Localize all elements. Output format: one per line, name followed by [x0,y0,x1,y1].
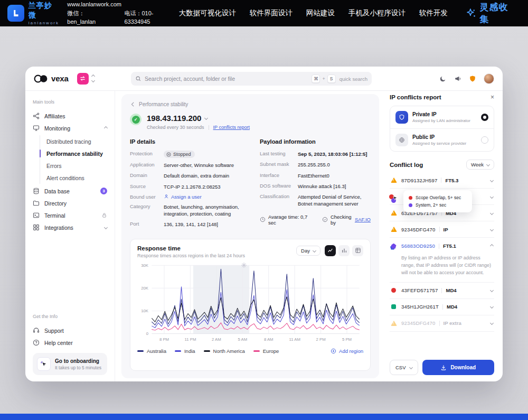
sidebar-item-integrations[interactable]: Integrations [33,221,107,234]
onboarding-subtitle: It takes up to 5 minutes [55,365,101,370]
download-button[interactable]: Download [422,360,494,375]
security-status-button[interactable] [469,75,476,82]
average-time: Avarage time: 0,7 sec [260,214,310,226]
log-period-select[interactable]: Week [466,160,494,170]
database-count-badge: 3 [100,188,107,194]
chevron-down-icon [490,194,494,198]
log-row-disabled[interactable]: 92345DFG470 IP extra [390,315,494,332]
panel-title: IP conflicts report [390,94,441,100]
sidebar-label: Integrations [44,225,73,231]
help-icon [33,339,40,346]
user-avatar[interactable] [484,73,494,84]
sidebar-item-affiliates[interactable]: Affiliates [33,110,107,122]
dark-mode-button[interactable] [439,75,447,82]
onboarding-title: Go to onboarding [55,358,101,364]
sidebar-item-database[interactable]: Data base 3 [33,185,107,197]
ip-details-section: IP details Protection Stopped Applicatio… [130,138,250,232]
terminal-icon [33,212,40,219]
bar-chart-view-button[interactable] [338,245,350,256]
database-icon [33,188,40,194]
teal-square-icon [391,304,396,309]
phone: 电话：010-63334945 [125,9,179,26]
chevron-up-icon [105,127,107,129]
nav-mobile[interactable]: 手机及小程序设计 [348,8,406,18]
wechat: 微信：ben_lanlan [67,9,112,26]
sidebar-item-monitoring[interactable]: Monitoring [33,122,107,134]
quick-search-hint: quick search [340,76,367,82]
checked-interval-text: Checked every 30 seconds [147,125,204,130]
export-format-select[interactable]: CSV [390,360,418,375]
chevron-down-icon [490,211,494,214]
breadcrumb[interactable]: Performance stability [130,101,371,107]
period-select[interactable]: Day [296,246,320,256]
sidebar-item-directory[interactable]: Directory [33,197,107,209]
saf-io-link[interactable]: SAF.IO [355,217,371,222]
checking-by: Checking by SAF.IO [322,214,371,226]
legend-europe[interactable]: Europe [253,348,279,354]
chevron-down-icon [490,288,494,292]
legend-north-america[interactable]: North America [204,348,245,354]
chart-subtitle: Response times across regions in the las… [137,253,245,258]
nav-software-ui[interactable]: 软件界面设计 [250,8,293,18]
radio-private-ip[interactable] [481,114,488,121]
sidebar-item-terminal[interactable]: Terminal [33,209,107,221]
nav-bigdata[interactable]: 大数据可视化设计 [179,8,236,18]
chart-canvas: 010K20K30K8 PM11 PM2 AM5 AM8 AM11 AM2 PM… [137,262,363,346]
assign-user-link[interactable]: Assign a user [164,194,202,200]
sidebar-item-help-center[interactable]: Help center [33,337,107,349]
workspace-select-chevrons[interactable] [92,75,95,82]
inspiration-collect-link[interactable]: 灵感收集 [466,1,517,25]
option-private-ip[interactable]: Private IP Assigned by LAN administrator [390,106,494,128]
topnav: 大数据可视化设计 软件界面设计 网站建设 手机及小程序设计 软件开发 [179,8,448,18]
nav-dev[interactable]: 软件开发 [419,8,448,18]
chevron-down-icon [313,249,316,253]
legend-australia[interactable]: Australia [137,348,166,354]
close-icon[interactable]: × [491,94,494,100]
status-ok-icon: ✓ [130,114,142,125]
sidebar-label: Support [44,328,64,334]
log-row[interactable]: 345H1JGH261T MD4 [390,299,494,315]
sidebar-label: Help center [44,340,73,346]
sidebar: Main tools Affiliates Monitoring Distrib… [25,91,115,381]
purple-pentagon-icon [391,244,397,249]
option-public-ip[interactable]: Public IP Assigned by service provider [390,128,494,151]
nav-website[interactable]: 网站建设 [306,8,335,18]
folder-icon [33,200,40,207]
add-region-link[interactable]: Add region [331,348,363,354]
workspace-switch-button[interactable] [77,73,89,85]
warning-icon [391,321,397,326]
cursor-icon [392,195,398,201]
brand[interactable]: 兰亭妙微 lanlanwork [7,1,60,25]
sidebar-item-support[interactable]: Support [33,324,107,337]
radio-public-ip[interactable] [481,136,488,144]
public-ip-icon [395,134,408,146]
chevron-down-icon [486,163,490,166]
table-view-button[interactable] [352,245,363,256]
submenu-alert-conditions[interactable]: Alert conditions [46,172,107,184]
submenu-distributed-tracing[interactable]: Distributed tracing [46,135,107,147]
add-region-icon [331,348,336,354]
shield-icon [469,75,476,82]
log-row[interactable]: 43FEFD571757 MD4 [390,283,494,299]
log-row[interactable]: 87D9132JH597 FT5.3 [390,172,494,189]
chevron-down-icon [490,227,494,231]
legend-india[interactable]: India [175,348,195,354]
ip-details-title: IP details [130,138,250,145]
divider [209,125,209,130]
sparkle-icon [241,263,247,268]
line-chart-view-button[interactable] [325,245,336,256]
warning-icon [391,227,397,232]
swap-icon [79,75,86,82]
announcements-button[interactable] [454,75,461,82]
download-icon [440,365,447,371]
ip-conflicts-report-link[interactable]: IP conflicts report [213,125,250,130]
back-arrow-icon [130,101,136,107]
svg-text:5 AM: 5 AM [238,337,247,342]
onboarding-card[interactable]: Go to onboarding It takes up to 5 minute… [33,353,107,375]
log-row[interactable]: 92345DFG470 IP [390,221,494,238]
lock-icon [101,212,107,218]
submenu-performance-stability[interactable]: Performance stability [46,147,107,160]
ip-chevron-down-icon[interactable] [204,116,208,120]
submenu-errors[interactable]: Errors [46,160,107,172]
search-input[interactable] [145,76,312,82]
